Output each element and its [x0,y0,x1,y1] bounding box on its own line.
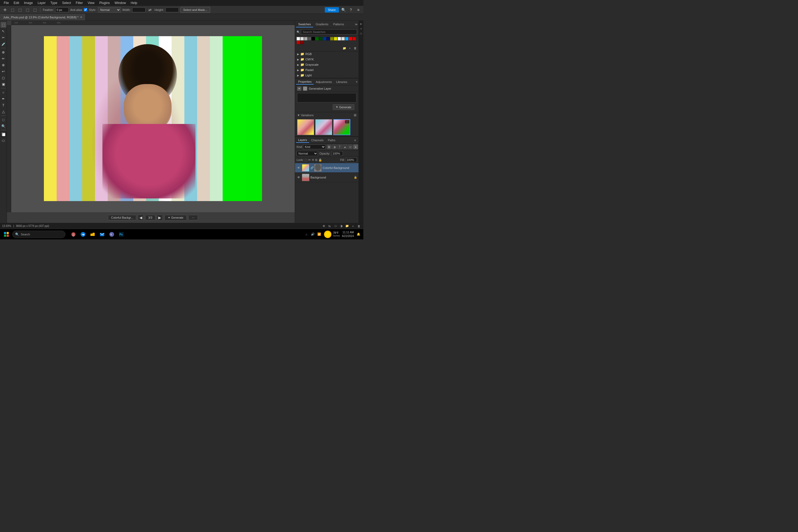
swatch-ltblue[interactable] [345,37,348,40]
swatch-dkred[interactable] [300,41,304,44]
feather-input[interactable] [55,7,69,12]
swatch-olive[interactable] [330,37,334,40]
marquee-tool[interactable]: ⬚ [10,7,15,13]
generative-text-input[interactable] [297,93,357,102]
status-delete-layer-btn[interactable]: 🗑 [357,224,361,228]
tool-clone[interactable]: ⊗ [1,62,6,68]
move-tool[interactable]: ✛ [2,7,8,13]
tab-adjustments[interactable]: Adjustments [314,79,334,84]
menu-item-filter[interactable]: Filter [74,1,85,5]
tab-paths[interactable]: Paths [326,138,338,142]
blend-mode-select[interactable]: Normal Multiply Screen Overlay [297,151,318,156]
layer-visibility-1[interactable]: 👁 [297,166,301,170]
menu-item-edit[interactable]: Edit [12,1,21,5]
new-group-btn[interactable]: 📁 [342,46,347,51]
menu-item-file[interactable]: File [2,1,11,5]
taskbar-icon-ps[interactable]: Ps [117,230,126,239]
swatch-white2[interactable] [338,37,341,40]
strip-icon-3[interactable]: ◎ [359,32,363,35]
notification-btn[interactable]: 🔔 [356,232,361,237]
strip-icon-2[interactable]: ● [359,26,363,30]
help-btn[interactable]: ? [348,7,354,13]
anti-alias-checkbox[interactable] [84,8,87,12]
layers-filter-select[interactable]: Kind Name Effect Mode Attribute Color Sm… [303,145,326,149]
menu-item-layer[interactable]: Layer [35,1,48,5]
swatch-gray[interactable] [304,37,307,40]
menu-item-type[interactable]: Type [48,1,59,5]
filter-shape-icon[interactable]: ▲ [343,145,347,149]
canvas-prev-btn[interactable]: ◀ [138,215,144,221]
lock-position-btn[interactable]: ✛ [312,158,314,162]
tool-dodge[interactable]: ○ [1,89,6,95]
start-button[interactable] [2,230,11,239]
variation-thumb-3[interactable]: ··· [333,119,350,135]
menu-item-view[interactable]: View [86,1,97,5]
filter-smart-icon[interactable]: ⊡ [348,145,353,149]
marquee-tool-3[interactable]: ⬚ [24,7,30,13]
swatch-group-grayscale[interactable]: ▶ 📁 Grayscale [295,62,359,67]
height-input[interactable] [166,7,179,12]
tab-gradients[interactable]: Gradients [314,22,331,27]
tool-foreground-bg[interactable] [1,131,6,137]
menu-item-window[interactable]: Window [113,1,128,5]
swatch-ltgray[interactable] [300,37,304,40]
tool-mask-mode[interactable]: ⬭ [1,138,6,144]
style-select[interactable]: Normal Fixed Ratio Fixed Size [98,7,121,13]
swap-dimensions-btn[interactable]: ⇄ [147,7,153,13]
swatch-black[interactable] [311,37,315,40]
tray-icon-3[interactable]: 📶 [317,232,322,237]
swatch-dkblue[interactable] [323,37,326,40]
new-swatch-btn[interactable]: + [347,46,352,51]
swatch-ltgray2[interactable] [341,37,345,40]
tab-properties[interactable]: Properties [296,79,314,84]
tool-path[interactable]: △ [1,109,6,114]
canvas-area[interactable]: 200400600800 [7,21,295,223]
taskbar-icon-mail[interactable] [98,230,107,239]
layer-item-colorful-background[interactable]: 👁 🔗 Colorful Background [295,163,359,173]
filter-toggle-icon[interactable]: ● [353,145,358,149]
menu-item-help[interactable]: Help [129,1,139,5]
status-folder-btn[interactable]: 📁 [345,224,349,228]
swatch-group-rgb[interactable]: ▶ 📁 RGB [295,51,359,57]
variation-more-options-btn[interactable]: ··· [345,120,349,124]
taskbar-icon-edge[interactable] [79,230,87,239]
swatch-dkgray[interactable] [308,37,311,40]
status-fx-btn[interactable]: fx [327,224,332,228]
search-icon-btn[interactable]: 🔍 [341,7,346,13]
swatch-red2[interactable] [353,37,356,40]
variation-thumb-1[interactable] [297,119,314,135]
swatch-dkblue2[interactable] [326,37,330,40]
tool-heal[interactable]: ⊕ [1,49,6,55]
lock-transparent-btn[interactable]: ⬚ [305,158,307,162]
lock-image-btn[interactable]: ✏ [308,158,311,162]
layer-visibility-2[interactable]: 👁 [297,175,301,179]
close-tab-btn[interactable]: ✕ [80,16,82,19]
taskbar-clock[interactable]: 11:11 AM 6/22/2024 [342,231,354,238]
tool-text[interactable]: T [1,102,6,108]
delete-swatch-btn[interactable]: 🗑 [353,46,358,51]
document-tab[interactable]: Julie_Photo.psd @ 13.9% (Colorful Backgr… [0,14,86,20]
swatch-white[interactable] [297,37,300,40]
swatch-group-pastel[interactable]: ▶ 📁 Pastel [295,67,359,73]
tool-brush[interactable]: ✏ [1,56,6,61]
canvas-image-container[interactable] [44,36,262,201]
tool-zoom[interactable]: 🔍 [1,123,6,129]
properties-panel-collapse[interactable]: ≡ [356,80,358,83]
filter-adjust-icon[interactable]: ◑ [332,145,337,149]
tray-icon-1[interactable]: ⌂ [304,232,309,237]
tab-libraries[interactable]: Libraries [334,79,349,84]
lock-all-btn[interactable]: 🔒 [318,158,322,162]
lock-artboard-btn[interactable]: ⧉ [315,158,317,162]
layer-item-background[interactable]: 👁 Background 🔒 [295,173,359,182]
canvas-generate-button[interactable]: ✦ Generate [165,215,187,221]
tool-eyedropper[interactable]: 💉 [1,41,6,47]
tool-history[interactable]: ↩ [1,68,6,74]
status-icon-1[interactable]: ⊕ [321,224,326,228]
swatch-dkgreen2[interactable] [319,37,322,40]
swatch-red[interactable] [349,37,352,40]
swatch-red3[interactable] [297,41,300,44]
opacity-input[interactable] [332,151,343,156]
menu-item-plugins[interactable]: Plugins [97,1,112,5]
swatches-panel-collapse[interactable]: ≫ [355,23,358,26]
tool-select[interactable]: ↖ [1,28,6,34]
